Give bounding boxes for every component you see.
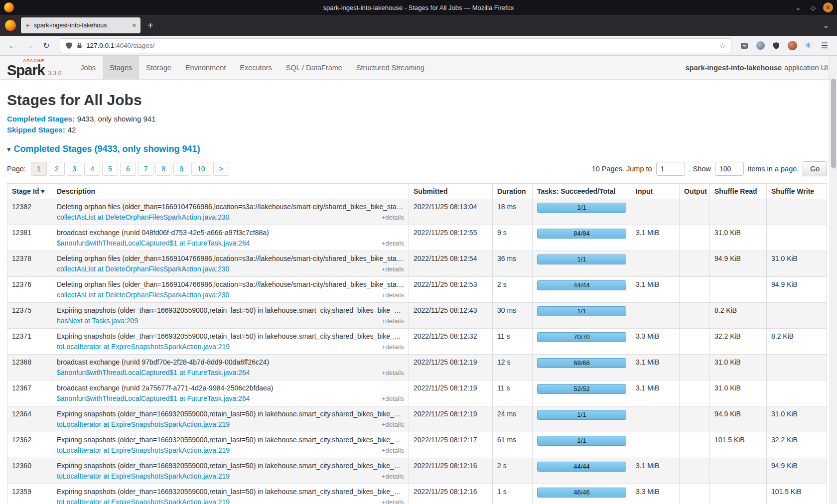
stage-callsite-link[interactable]: collectAsList at DeleteOrphanFilesSparkA… [57, 213, 229, 221]
extension-icon-1[interactable] [753, 39, 767, 53]
page-button-10[interactable]: 10 [191, 162, 211, 176]
nav-item-environment[interactable]: Environment [178, 56, 233, 79]
page-button-7[interactable]: 7 [138, 162, 154, 176]
url-bar[interactable]: 127.0.0.1:4040/stages/ ☆ [60, 38, 731, 53]
profile-avatar-icon[interactable] [785, 39, 799, 53]
stage-callsite-link[interactable]: toLocalIterator at ExpireSnapshotsSparkA… [57, 472, 230, 480]
stage-callsite-link[interactable]: toLocalIterator at ExpireSnapshotsSparkA… [57, 343, 230, 351]
details-toggle[interactable]: +details [382, 291, 404, 299]
stage-callsite-link[interactable]: toLocalIterator at ExpireSnapshotsSparkA… [57, 420, 230, 428]
duration-cell: 24 ms [493, 406, 533, 432]
bookmark-star-icon[interactable]: ☆ [719, 41, 726, 50]
back-button[interactable]: ← [5, 38, 20, 53]
col-header-2[interactable]: Submitted [409, 184, 493, 199]
col-header-4[interactable]: Tasks: Succeeded/Total [533, 184, 631, 199]
new-tab-button[interactable]: + [147, 20, 153, 30]
minimize-button[interactable]: ⌄ [793, 2, 803, 12]
details-toggle[interactable]: +details [382, 499, 404, 504]
page-button-1[interactable]: 1 [31, 162, 47, 176]
stage-callsite-link[interactable]: collectAsList at DeleteOrphanFilesSparkA… [57, 291, 229, 299]
nav-item-stages[interactable]: Stages [103, 56, 139, 79]
submitted-cell: 2022/11/25 08:12:19 [409, 380, 493, 406]
nav-item-structured-streaming[interactable]: Structured Streaming [349, 56, 431, 79]
nav-item-executors[interactable]: Executors [233, 56, 279, 79]
page-button-8[interactable]: 8 [155, 162, 171, 176]
completed-stages-value: 9433, only showing 941 [77, 115, 156, 123]
next-page-button[interactable]: > [213, 162, 229, 176]
nav-item-jobs[interactable]: Jobs [73, 56, 103, 79]
description-cell: broadcast exchange (runId 2a75677f-a771-… [52, 380, 409, 406]
skipped-stages-link[interactable]: Skipped Stages: [7, 126, 65, 134]
col-header-7[interactable]: Shuffle Read [710, 184, 767, 199]
extension-icon-2[interactable]: ✳ [801, 39, 815, 53]
details-toggle[interactable]: +details [382, 265, 404, 273]
details-toggle[interactable]: +details [382, 369, 404, 377]
items-label: items in a page. [748, 165, 799, 173]
lock-icon[interactable] [76, 42, 83, 49]
input-cell: 3.3 MiB [631, 484, 680, 504]
spark-favicon-icon: ✦ [25, 22, 30, 29]
menu-button[interactable]: ☰ [817, 38, 832, 53]
details-toggle[interactable]: +details [382, 473, 404, 480]
col-header-1[interactable]: Description [52, 184, 409, 199]
stage-callsite-link[interactable]: toLocalIterator at ExpireSnapshotsSparkA… [57, 446, 230, 454]
tasks-cell: 1/1 [533, 406, 631, 432]
go-button[interactable]: Go [803, 161, 827, 176]
description-cell: Expiring snapshots (older_than=166932055… [52, 432, 409, 458]
list-tabs-button[interactable]: ⌄ [823, 21, 832, 30]
col-header-3[interactable]: Duration [493, 184, 533, 199]
details-toggle[interactable]: +details [382, 395, 404, 402]
details-toggle[interactable]: +details [382, 447, 404, 454]
page-button-5[interactable]: 5 [102, 162, 118, 176]
firefox-view-icon[interactable] [5, 20, 16, 31]
completed-stages-link[interactable]: Completed Stages: [7, 115, 75, 123]
details-toggle[interactable]: +details [382, 343, 404, 351]
output-cell [680, 380, 710, 406]
stage-callsite-link[interactable]: $anonfun$withThreadLocalCaptured$1 at Fu… [57, 394, 250, 402]
page-button-2[interactable]: 2 [49, 162, 65, 176]
nav-item-sql-dataframe[interactable]: SQL / DataFrame [279, 56, 349, 79]
stage-callsite-link[interactable]: toLocalIterator at ExpireSnapshotsSparkA… [57, 498, 230, 504]
page-button-9[interactable]: 9 [173, 162, 189, 176]
page-scrollbar[interactable] [830, 56, 837, 504]
jump-to-page-input[interactable] [656, 162, 685, 176]
pocket-icon[interactable] [737, 39, 751, 53]
details-toggle[interactable]: +details [382, 421, 404, 428]
col-header-5[interactable]: Input [631, 184, 680, 199]
scrollbar-thumb[interactable] [831, 79, 836, 168]
reload-button[interactable]: ↻ [39, 38, 54, 53]
stage-callsite-link[interactable]: $anonfun$withThreadLocalCaptured$1 at Fu… [57, 369, 250, 377]
col-header-6[interactable]: Output [680, 184, 710, 199]
completed-stages-section-toggle[interactable]: ▾Completed Stages (9433, only showing 94… [7, 144, 827, 154]
stage-callsite-link[interactable]: $anonfun$withThreadLocalCaptured$1 at Fu… [57, 239, 250, 247]
ublock-shield-icon[interactable] [769, 39, 783, 53]
stage-row-12376: 12376Deleting orphan files (older_than=1… [7, 277, 827, 303]
pagination-row: Page: 12345678910> 10 Pages. Jump to . S… [7, 161, 827, 176]
col-header-0[interactable]: Stage Id ▾ [7, 184, 52, 199]
stages-summary: Completed Stages:9433, only showing 941 … [7, 115, 827, 134]
shuffle-write-cell: 32.2 KiB [767, 432, 827, 458]
input-cell [631, 251, 680, 277]
details-toggle[interactable]: +details [382, 317, 404, 325]
col-header-8[interactable]: Shuffle Write [767, 184, 827, 199]
maximize-button[interactable]: ◇ [808, 2, 818, 12]
page-button-3[interactable]: 3 [67, 162, 83, 176]
submitted-cell: 2022/11/25 08:12:19 [409, 406, 493, 432]
stage-callsite-link[interactable]: hasNext at Tasks.java:209 [57, 317, 138, 325]
spark-logo[interactable]: Spark APACHE 3.3.0 [0, 56, 66, 79]
close-button[interactable]: ✕ [823, 2, 833, 12]
forward-button[interactable]: → [22, 38, 37, 53]
items-per-page-input[interactable] [715, 162, 744, 176]
stage-description: Expiring snapshots (older_than=166932055… [57, 436, 404, 444]
page-button-6[interactable]: 6 [120, 162, 136, 176]
shield-icon[interactable] [65, 42, 73, 49]
stage-callsite-link[interactable]: collectAsList at DeleteOrphanFilesSparkA… [57, 265, 229, 273]
page-button-4[interactable]: 4 [84, 162, 100, 176]
description-cell: Expiring snapshots (older_than=166932055… [52, 329, 409, 355]
browser-tab[interactable]: ✦ spark-ingest-into-lakehous ✕ [21, 17, 140, 33]
output-cell [680, 355, 710, 380]
details-toggle[interactable]: +details [382, 214, 404, 221]
nav-item-storage[interactable]: Storage [139, 56, 178, 79]
tab-close-icon[interactable]: ✕ [132, 22, 137, 29]
details-toggle[interactable]: +details [382, 240, 404, 247]
